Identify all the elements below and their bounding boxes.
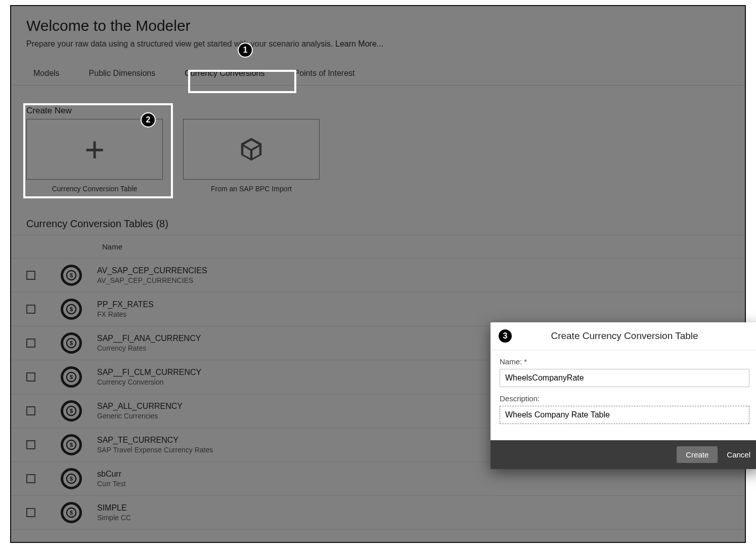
svg-text:$: $ xyxy=(70,510,73,516)
row-title: SAP__FI_ANA_CURRENCY xyxy=(97,334,201,343)
tab-points-of-interest[interactable]: Points of Interest xyxy=(287,64,362,85)
name-field[interactable] xyxy=(500,369,749,387)
row-title: AV_SAP_CEP_CURRENCIES xyxy=(97,266,207,275)
currency-icon: $ xyxy=(61,299,82,320)
create-new-heading: Create New xyxy=(26,106,163,116)
row-subtitle: Curr Test xyxy=(97,480,126,488)
bpc-card-caption: From an SAP BPC Import xyxy=(183,185,320,193)
svg-text:$: $ xyxy=(70,340,73,346)
page-title: Welcome to the Modeler xyxy=(26,17,730,34)
table-row[interactable]: $SIMPLESimple CC xyxy=(11,496,745,530)
svg-text:$: $ xyxy=(70,374,73,380)
page-subtitle: Prepare your raw data using a structured… xyxy=(26,39,730,49)
currency-icon: $ xyxy=(61,434,82,455)
row-checkbox[interactable] xyxy=(26,305,35,314)
cube-icon xyxy=(238,136,265,163)
learn-more-link[interactable]: Learn More... xyxy=(335,39,383,48)
subtitle-pre: Prepare your raw data using a structured… xyxy=(26,39,191,48)
currency-icon: $ xyxy=(61,332,82,354)
table-row[interactable]: $PP_FX_RATESFX Rates xyxy=(11,292,745,326)
create-currency-conversion-dialog: Create Currency Conversion Table Name: *… xyxy=(491,322,756,469)
row-checkbox[interactable] xyxy=(26,271,35,280)
row-checkbox[interactable] xyxy=(26,406,35,415)
table-row[interactable]: $AV_SAP_CEP_CURRENCIESAV_SAP_CEP_CURRENC… xyxy=(11,259,745,292)
row-subtitle: SAP Travel Expense Currency Rates xyxy=(97,446,213,454)
row-checkbox[interactable] xyxy=(26,372,35,382)
row-title: SAP_ALL_CURRENCY xyxy=(97,402,183,411)
row-title: SIMPLE xyxy=(97,503,131,513)
name-field-label: Name: * xyxy=(500,357,749,366)
create-currency-table-button[interactable]: + xyxy=(26,119,163,180)
svg-text:$: $ xyxy=(70,476,73,482)
row-checkbox[interactable] xyxy=(26,440,35,449)
cancel-button[interactable]: Cancel xyxy=(727,450,750,459)
row-title: sbCurr xyxy=(97,470,126,479)
description-field-label: Description: xyxy=(500,394,749,403)
row-checkbox[interactable] xyxy=(26,339,35,348)
currency-icon: $ xyxy=(61,265,82,286)
tabs: Models Public Dimensions Currency Conver… xyxy=(11,54,745,86)
currency-icon: $ xyxy=(61,366,82,388)
svg-text:$: $ xyxy=(70,408,73,414)
create-button[interactable]: Create xyxy=(677,446,718,463)
tab-currency-conversions[interactable]: Currency Conversions xyxy=(177,64,272,85)
section-title: Currency Conversion Tables (8) xyxy=(11,193,745,235)
row-checkbox[interactable] xyxy=(26,474,35,483)
row-subtitle: Generic Currencies xyxy=(97,412,183,420)
tab-models[interactable]: Models xyxy=(26,64,67,85)
row-subtitle: Currency Conversion xyxy=(97,378,201,386)
row-subtitle: Simple CC xyxy=(97,514,131,522)
currency-icon: $ xyxy=(61,468,82,489)
column-header-name: Name xyxy=(11,235,745,259)
description-field[interactable] xyxy=(500,406,749,424)
svg-text:$: $ xyxy=(70,306,73,312)
row-checkbox[interactable] xyxy=(26,508,35,517)
currency-icon: $ xyxy=(61,400,82,421)
svg-text:$: $ xyxy=(70,442,73,448)
create-from-bpc-button[interactable] xyxy=(183,119,320,180)
create-card-new-table: Create New + Currency Conversion Table xyxy=(26,106,163,193)
create-card-caption: Currency Conversion Table xyxy=(26,185,163,193)
row-subtitle: FX Rates xyxy=(97,310,154,318)
currency-icon: $ xyxy=(61,502,82,523)
create-card-bpc-import: From an SAP BPC Import xyxy=(183,106,320,193)
svg-text:$: $ xyxy=(70,272,73,278)
dialog-title: Create Currency Conversion Table xyxy=(491,322,756,350)
row-title: PP_FX_RATES xyxy=(97,300,154,309)
row-subtitle: AV_SAP_CEP_CURRENCIES xyxy=(97,276,207,284)
row-subtitle: Currency Rates xyxy=(97,344,201,352)
row-title: SAP__FI_CLM_CURRENCY xyxy=(97,368,201,377)
plus-icon: + xyxy=(84,132,105,166)
row-title: SAP_TE_CURRENCY xyxy=(97,436,213,445)
tab-public-dimensions[interactable]: Public Dimensions xyxy=(82,64,163,85)
subtitle-post: get started with your scenario analysis. xyxy=(194,39,335,48)
